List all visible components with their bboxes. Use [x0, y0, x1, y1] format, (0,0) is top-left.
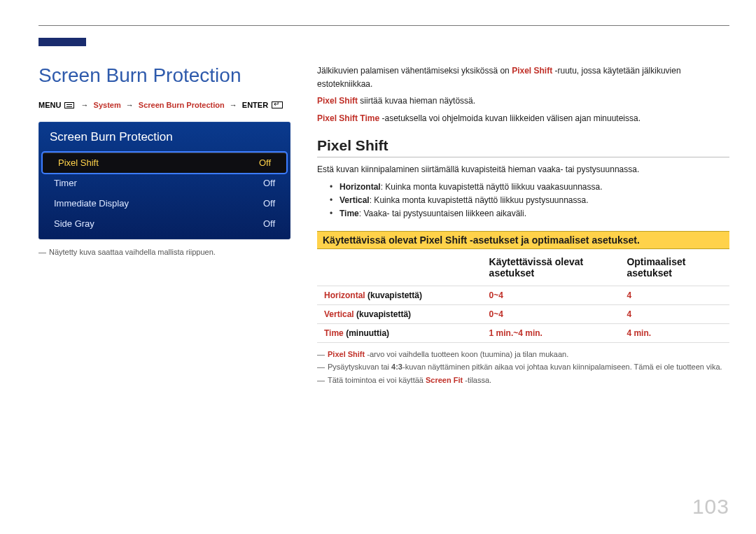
- enter-icon: [272, 101, 283, 108]
- table-row: Time (minuuttia)1 min.~4 min.4 min.: [317, 323, 729, 342]
- table-head-opt: Optimaaliset asetukset: [620, 249, 729, 286]
- table-row: Vertical (kuvapistettä)0~44: [317, 304, 729, 323]
- arrow-icon: →: [81, 101, 89, 109]
- table-cell-optimal: 4 min.: [620, 323, 729, 342]
- table-cell-available: 0~4: [482, 304, 620, 323]
- breadcrumb-enter: ENTER: [242, 101, 268, 109]
- table-head-empty: [317, 249, 482, 286]
- table-cell-optimal: 4: [620, 286, 729, 304]
- arrow-icon: →: [126, 101, 134, 109]
- panel-title: Screen Burn Protection: [38, 122, 290, 153]
- left-footnote: ―Näytetty kuva saattaa vaihdella mallist…: [38, 246, 290, 258]
- table-cell-label: Time (minuuttia): [317, 323, 482, 342]
- table-cell-optimal: 4: [620, 304, 729, 323]
- dash-icon: ―: [38, 248, 46, 256]
- panel-row[interactable]: Side GrayOff: [38, 213, 290, 234]
- top-rule: [38, 25, 729, 26]
- bullet-item: Horizontal: Kuinka monta kuvapistettä nä…: [330, 181, 729, 194]
- note-1: ―Pixel Shift -arvo voi vaihdella tuottee…: [317, 349, 729, 360]
- table-cell-label: Vertical (kuvapistettä): [317, 304, 482, 323]
- table-cell-available: 0~4: [482, 286, 620, 304]
- table-row: Horizontal (kuvapistettä)0~44: [317, 286, 729, 304]
- page-content: Screen Burn Protection MENU → System → S…: [38, 64, 729, 387]
- panel-row-label: Timer: [54, 178, 77, 188]
- intro-line-3: Pixel Shift Time -asetuksella voi ohjelm…: [317, 112, 729, 125]
- bullet-item: Time: Vaaka- tai pystysuuntaisen liikkee…: [330, 207, 729, 220]
- right-notes: ―Pixel Shift -arvo voi vaihdella tuottee…: [317, 349, 729, 386]
- panel-row[interactable]: Pixel ShiftOff: [43, 153, 286, 173]
- table-cell-label: Horizontal (kuvapistettä): [317, 286, 482, 304]
- section-title: Pixel Shift: [317, 137, 729, 157]
- table-head-avail: Käytettävissä olevat asetukset: [482, 249, 620, 286]
- breadcrumb-menu: MENU: [38, 101, 61, 109]
- menu-icon: [64, 102, 74, 108]
- panel-row-value: Off: [263, 218, 275, 229]
- panel-row-label: Side Gray: [54, 218, 94, 229]
- panel-row[interactable]: Immediate DisplayOff: [38, 193, 290, 213]
- panel-row-value: Off: [259, 157, 271, 168]
- bullet-list: Horizontal: Kuinka monta kuvapistettä nä…: [330, 181, 729, 221]
- arrow-icon: →: [230, 101, 237, 109]
- intro-line-2: Pixel Shift siirtää kuvaa hieman näytöss…: [317, 94, 729, 108]
- right-column: Jälkikuvien palamisen vähentämiseksi yks…: [317, 64, 729, 387]
- bullet-item: Vertical: Kuinka monta kuvapistettä näyt…: [330, 194, 729, 207]
- highlight-bar: Käytettävissä olevat Pixel Shift -asetuk…: [317, 231, 729, 249]
- panel-row-label: Immediate Display: [54, 198, 129, 209]
- panel-row[interactable]: TimerOff: [38, 173, 290, 193]
- breadcrumb: MENU → System → Screen Burn Protection →…: [38, 101, 290, 109]
- page-title: Screen Burn Protection: [38, 64, 290, 87]
- panel-row-value: Off: [263, 198, 275, 209]
- breadcrumb-sbp: Screen Burn Protection: [139, 101, 225, 109]
- intro-line-1: Jälkikuvien palamisen vähentämiseksi yks…: [317, 64, 729, 90]
- note-2: ―Pysäytyskuvan tai 4:3-kuvan näyttäminen…: [317, 361, 729, 373]
- page-number: 103: [692, 495, 729, 519]
- breadcrumb-system: System: [94, 101, 121, 109]
- settings-panel: Screen Burn Protection Pixel ShiftOffTim…: [38, 122, 290, 239]
- panel-row-label: Pixel Shift: [58, 157, 99, 168]
- note-3: ―Tätä toimintoa ei voi käyttää Screen Fi…: [317, 374, 729, 386]
- top-accent-bar: [38, 38, 86, 46]
- panel-row-value: Off: [263, 178, 275, 188]
- left-column: Screen Burn Protection MENU → System → S…: [38, 64, 290, 387]
- section-desc: Estä kuvan kiinnipalaminen siirtämällä k…: [317, 163, 729, 176]
- table-cell-available: 1 min.~4 min.: [482, 323, 620, 342]
- settings-table: Käytettävissä olevat asetukset Optimaali…: [317, 249, 729, 343]
